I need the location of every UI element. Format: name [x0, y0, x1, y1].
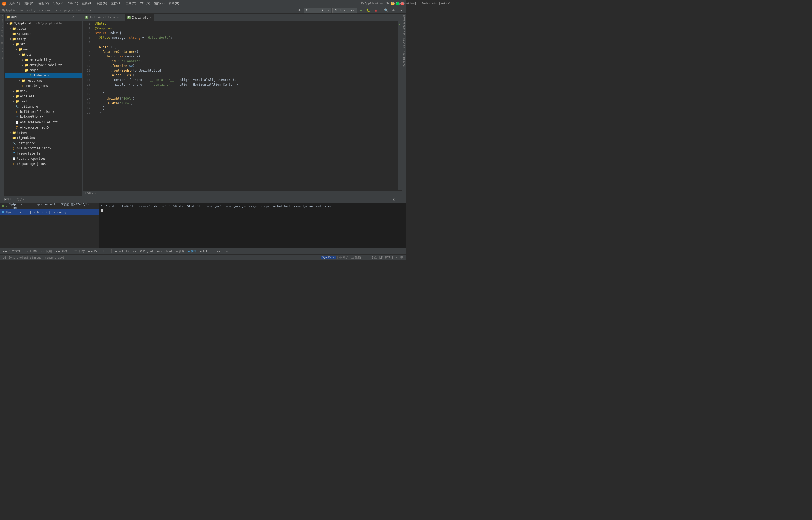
notifications-label[interactable]: Notifications — [402, 14, 406, 37]
search-icon[interactable]: 🔍 — [383, 7, 389, 14]
menu-window[interactable]: 窗口(W) — [153, 1, 167, 6]
tab-indexets[interactable]: E Index.ets ✕ — [125, 14, 154, 21]
close-sync-tab[interactable]: ✕ — [23, 198, 24, 201]
breadcrumb-pages[interactable]: pages — [64, 8, 73, 12]
menu-file[interactable]: 文件(F) — [8, 1, 22, 6]
tree-resources[interactable]: ▶ 📁 resources — [5, 78, 82, 83]
debug-button[interactable]: 🐛 — [365, 7, 371, 14]
terminal-button[interactable]: ▶ ▶ 终端 — [54, 249, 69, 254]
fold-15-icon[interactable]: - — [83, 88, 85, 90]
lf-indicator[interactable]: LF — [378, 256, 383, 259]
breadcrumb-src[interactable]: src — [38, 8, 44, 12]
breadcrumb-indexets[interactable]: Index.ets — [75, 8, 91, 12]
tree-obfuscation[interactable]: 📄 obfuscation-rules.txt — [5, 120, 82, 125]
tree-ohpackage-root[interactable]: {} oh-package.json5 — [5, 161, 82, 166]
todo-button[interactable]: ☑ ☑ TODO — [23, 249, 38, 253]
tree-gitignore-root[interactable]: 🔧 .gitignore — [5, 140, 82, 146]
tree-src[interactable]: ▼ 📁 src — [5, 42, 82, 47]
stop-button[interactable]: ■ — [372, 7, 379, 14]
bottom-minimize-icon[interactable]: — — [398, 197, 404, 203]
ui-generator-label[interactable]: UI生成 — [0, 36, 4, 41]
breadcrumb-main[interactable]: main — [47, 8, 54, 12]
migrate-assistant-button[interactable]: ⟳ Migrate Assistant — [139, 249, 174, 253]
menu-build[interactable]: 构建(B) — [95, 1, 109, 6]
sync-info[interactable]: ⟳ 同步: 正在进行... — [339, 256, 369, 259]
code-linter-button[interactable]: ◉ Code Linter — [114, 249, 138, 253]
tree-module-json5[interactable]: {} module.json5 — [5, 83, 82, 88]
tab-sync[interactable]: 同步 ✕ — [15, 197, 26, 202]
position-indicator[interactable]: 1:1 — [371, 256, 377, 259]
preview-label[interactable]: 预览 — [0, 32, 4, 34]
log-button[interactable]: ☰ ☰ 日志 — [70, 249, 86, 254]
tree-ohostest[interactable]: ▶ 📁 ohosTest — [5, 94, 82, 99]
menu-vcs[interactable]: VCS(S) — [139, 1, 152, 6]
tree-idea[interactable]: ▶ 📁 .idea — [5, 26, 82, 31]
run-button[interactable]: ▶ — [358, 7, 364, 14]
tree-mock[interactable]: ▶ 📁 mock — [5, 88, 82, 94]
tree-indexets[interactable]: E Index.ets — [5, 73, 82, 78]
tree-hvigorfile-root[interactable]: T hvigorfile.ts — [5, 151, 82, 156]
menu-refactor[interactable]: 重构(R) — [80, 1, 95, 6]
tree-buildprofile-root[interactable]: {} build-profile.json5 — [5, 146, 82, 151]
close-indexets-tab[interactable]: ✕ — [150, 16, 151, 19]
tree-entrybackup[interactable]: ▶ 📁 entrybackupability — [5, 62, 82, 68]
tab-build[interactable]: 构建 ✕ — [2, 197, 13, 202]
tree-main[interactable]: ▼ 📁 main — [5, 47, 82, 52]
fold-7-icon[interactable]: - — [83, 51, 85, 53]
current-file-dropdown[interactable]: Current File ▼ — [304, 7, 331, 13]
editor-settings-icon[interactable]: ⋯ — [394, 15, 400, 21]
arkui-inspector-button[interactable]: ◧ ArkUI Inspector — [199, 249, 230, 253]
tree-oh-modules[interactable]: ▶ 📁 oh_modules — [5, 135, 82, 140]
breadcrumb-ets[interactable]: ets — [56, 8, 61, 12]
build-item-build[interactable]: MyApplication [build init]: running... — [0, 209, 99, 215]
problems-button[interactable]: ⚠ ⚠ 问题 — [39, 249, 53, 254]
more-options-icon[interactable]: ⋯ — [398, 7, 404, 14]
services-button[interactable]: ◈ 服务 — [175, 249, 186, 254]
indent-indicator[interactable]: 4 — [395, 256, 398, 259]
gear-icon[interactable]: ⚙ — [390, 7, 397, 14]
menu-tools[interactable]: 工具(T) — [124, 1, 138, 6]
close-build-tab[interactable]: ✕ — [10, 198, 12, 201]
lang-indicator[interactable]: 中 — [399, 256, 404, 259]
sync-data-badge[interactable]: SyncData — [321, 256, 336, 259]
close-entryability-tab[interactable]: ✕ — [121, 16, 122, 19]
tree-hvigorfile-entry[interactable]: T hvigorfile.ts — [5, 114, 82, 120]
tree-hvigor[interactable]: ▶ 📁 hvigor — [5, 130, 82, 135]
menu-code[interactable]: 代码(C) — [66, 1, 80, 6]
build-item-install[interactable]: ✓ MyApplication [Ohpm Install]: 成功的 在202… — [0, 203, 99, 209]
tree-appscope[interactable]: ▶ 📁 AppScope — [5, 31, 82, 36]
tab-entryability[interactable]: E EntryAbility.ets ✕ — [83, 14, 125, 21]
menu-help[interactable]: 帮助(H) — [167, 1, 181, 6]
tree-gitignore-entry[interactable]: 🔧 .gitignore — [5, 104, 82, 109]
menu-navigate[interactable]: 导航(N) — [52, 1, 66, 6]
menu-run[interactable]: 运行(R) — [109, 1, 124, 6]
tree-entry[interactable]: ▼ 📁 entry — [5, 36, 82, 42]
menu-edit[interactable]: 编辑(E) — [22, 1, 36, 6]
new-file-icon[interactable]: + — [60, 15, 65, 20]
bottom-settings-icon[interactable]: ⚙ — [391, 197, 397, 203]
settings-icon[interactable]: ⚙ — [296, 7, 303, 14]
code-area[interactable]: @Entry @Component struct Index { @State … — [92, 21, 398, 190]
tree-pages[interactable]: ▼ 📁 pages — [5, 68, 82, 73]
collapse-all-icon[interactable]: ☰ — [66, 15, 71, 20]
tree-buildprofile-entry[interactable]: {} build-profile.json5 — [5, 109, 82, 114]
breadcrumb-myapplication[interactable]: MyApplication — [2, 8, 24, 12]
no-devices-dropdown[interactable]: No Devices ▼ — [332, 7, 357, 13]
breadcrumb-entry[interactable]: entry — [27, 8, 36, 12]
settings-tree-icon[interactable]: ⚙ — [71, 15, 76, 20]
close-tree-icon[interactable]: — — [76, 15, 81, 20]
fold-6-icon[interactable]: - — [83, 46, 85, 48]
git-icon[interactable]: ⎇ — [2, 256, 7, 259]
tree-local-properties[interactable]: 📄 local.properties — [5, 156, 82, 161]
sdk-tools-label[interactable]: HUAWEI SDK工具 — [0, 14, 4, 30]
vcs-button[interactable]: ▶ ▶ 版本控制 — [2, 249, 22, 254]
tree-test[interactable]: ▶ 📁 test — [5, 99, 82, 104]
project-icon[interactable]: 📁 — [6, 15, 10, 19]
ai-assistant-label[interactable]: AI Assistant — [1, 43, 4, 62]
encoding-indicator[interactable]: UTF-8 — [385, 256, 394, 259]
tree-entryability[interactable]: ▶ 📁 entryability — [5, 57, 82, 62]
tree-ets[interactable]: ▼ 📁 ets — [5, 52, 82, 57]
fold-12-icon[interactable]: - — [83, 74, 85, 76]
build-button[interactable]: ⚙ 构建 — [187, 249, 198, 254]
terminal-area[interactable]: "D:\DevEco Studio\tools\node\node.exe" "… — [99, 203, 406, 248]
